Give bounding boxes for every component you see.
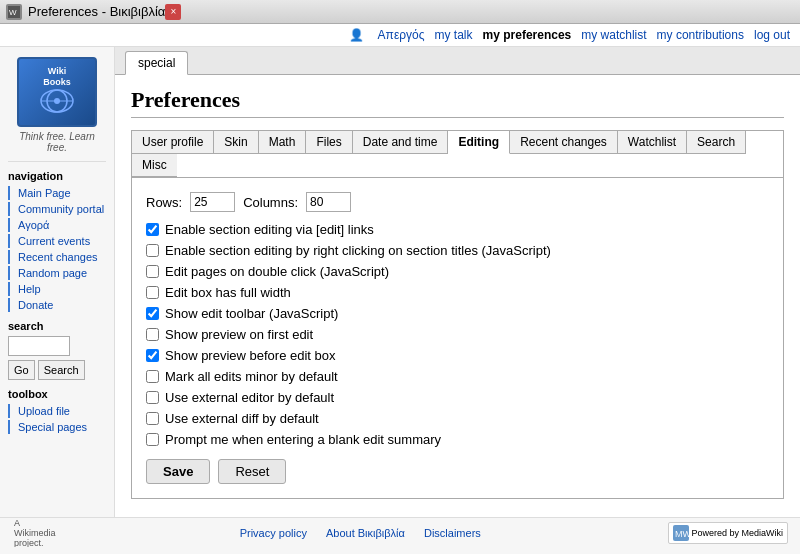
tab-files[interactable]: Files	[306, 131, 352, 154]
sidebar-item-help[interactable]: Help	[8, 282, 106, 296]
content-area: Preferences User profile Skin Math Files…	[115, 75, 800, 517]
cb-label-section-editing-links: Enable section editing via [edit] links	[165, 222, 374, 237]
sidebar-item-random-page[interactable]: Random page	[8, 266, 106, 280]
cb-label-blank-summary: Prompt me when entering a blank edit sum…	[165, 432, 441, 447]
footer-disclaimers[interactable]: Disclaimers	[424, 527, 481, 539]
cb-label-double-click: Edit pages on double click (JavaScript)	[165, 264, 389, 279]
tab-date-time[interactable]: Date and time	[353, 131, 449, 154]
tab-recent-changes[interactable]: Recent changes	[510, 131, 618, 154]
sidebar-item-upload-file[interactable]: Upload file	[8, 404, 106, 418]
columns-input[interactable]	[306, 192, 351, 212]
cb-label-full-width: Edit box has full width	[165, 285, 291, 300]
note-area: Note: After saving, you may have to bypa…	[131, 509, 784, 517]
topbar-link-user[interactable]: Απεργός	[378, 28, 425, 42]
tab-math[interactable]: Math	[259, 131, 307, 154]
nav-section-title: navigation	[8, 170, 106, 182]
sidebar-item-special-pages[interactable]: Special pages	[8, 420, 106, 434]
toolbox-section-title: toolbox	[8, 388, 106, 400]
rows-label: Rows:	[146, 195, 182, 210]
page-title: Preferences	[131, 87, 784, 118]
topbar-link-talk[interactable]: my talk	[435, 28, 473, 42]
save-button[interactable]: Save	[146, 459, 210, 484]
tab-editing[interactable]: Editing	[448, 131, 510, 154]
close-button[interactable]: ×	[165, 4, 181, 20]
sidebar: WikiBooks Think free. Learn free. naviga…	[0, 47, 115, 517]
search-section: search Go Search	[8, 320, 106, 380]
tab-misc[interactable]: Misc	[132, 154, 177, 177]
rows-input[interactable]	[190, 192, 235, 212]
cb-blank-summary[interactable]	[146, 433, 159, 446]
svg-point-5	[54, 98, 60, 104]
sidebar-item-current-events[interactable]: Current events	[8, 234, 106, 248]
sidebar-item-agora[interactable]: Αγορά	[8, 218, 106, 232]
pref-content-editing: Rows: Columns: Enable section editing vi…	[131, 177, 784, 499]
rows-cols-row: Rows: Columns:	[146, 192, 769, 212]
cb-label-right-click-section: Enable section editing by right clicking…	[165, 243, 551, 258]
sidebar-item-main-page[interactable]: Main Page	[8, 186, 106, 200]
tab-special[interactable]: special	[125, 51, 188, 75]
cb-external-diff[interactable]	[146, 412, 159, 425]
logo-text: WikiBooks	[37, 66, 77, 118]
footer: WM A Wikimedia project. Privacy policy A…	[0, 517, 800, 547]
cb-preview-first-edit[interactable]	[146, 328, 159, 341]
go-button[interactable]: Go	[8, 360, 35, 380]
reset-button[interactable]: Reset	[218, 459, 286, 484]
topbar-link-logout[interactable]: log out	[754, 28, 790, 42]
mediawiki-logo: MW Powered by MediaWiki	[668, 522, 788, 544]
tab-search[interactable]: Search	[687, 131, 746, 154]
topbar-link-contributions[interactable]: my contributions	[657, 28, 744, 42]
cb-label-minor-by-default: Mark all edits minor by default	[165, 369, 338, 384]
wikimedia-logo: WM A Wikimedia project.	[12, 523, 52, 543]
footer-privacy[interactable]: Privacy policy	[240, 527, 307, 539]
topbar: 👤 Απεργός my talk my preferences my watc…	[0, 24, 800, 47]
cb-right-click-section[interactable]	[146, 244, 159, 257]
tab-watchlist[interactable]: Watchlist	[618, 131, 687, 154]
titlebar-icon: W	[6, 4, 22, 20]
cb-section-editing-links[interactable]	[146, 223, 159, 236]
checkbox-row-4: Show edit toolbar (JavaScript)	[146, 306, 769, 321]
cb-label-external-diff: Use external diff by default	[165, 411, 319, 426]
cb-label-external-editor: Use external editor by default	[165, 390, 334, 405]
logo-tagline: Think free. Learn free.	[8, 131, 106, 153]
footer-about[interactable]: About Βικιβιβλία	[326, 527, 405, 539]
checkbox-row-8: Use external editor by default	[146, 390, 769, 405]
pref-tabs: User profile Skin Math Files Date and ti…	[131, 130, 784, 177]
cb-minor-by-default[interactable]	[146, 370, 159, 383]
search-input[interactable]	[8, 336, 70, 356]
checkbox-row-3: Edit box has full width	[146, 285, 769, 300]
btn-row: Save Reset	[146, 459, 769, 484]
tab-user-profile[interactable]: User profile	[132, 131, 214, 154]
cb-external-editor[interactable]	[146, 391, 159, 404]
cb-edit-toolbar[interactable]	[146, 307, 159, 320]
cb-full-width[interactable]	[146, 286, 159, 299]
tab-skin[interactable]: Skin	[214, 131, 258, 154]
checkbox-row-0: Enable section editing via [edit] links	[146, 222, 769, 237]
cb-label-preview-before-edit: Show preview before edit box	[165, 348, 336, 363]
title-bar: W Preferences - Βικιβιβλία ×	[0, 0, 800, 24]
columns-label: Columns:	[243, 195, 298, 210]
main-layout: WikiBooks Think free. Learn free. naviga…	[0, 47, 800, 517]
cb-label-edit-toolbar: Show edit toolbar (JavaScript)	[165, 306, 338, 321]
checkbox-row-1: Enable section editing by right clicking…	[146, 243, 769, 258]
sidebar-item-recent-changes[interactable]: Recent changes	[8, 250, 106, 264]
topbar-user-icon: 👤	[349, 28, 364, 42]
checkbox-row-2: Edit pages on double click (JavaScript)	[146, 264, 769, 279]
checkbox-row-9: Use external diff by default	[146, 411, 769, 426]
checkbox-row-5: Show preview on first edit	[146, 327, 769, 342]
topbar-user-links: 👤 Απεργός my talk my preferences my watc…	[349, 28, 790, 42]
mediawiki-label: Powered by MediaWiki	[691, 528, 783, 538]
search-section-title: search	[8, 320, 106, 332]
cb-double-click[interactable]	[146, 265, 159, 278]
cb-label-preview-first-edit: Show preview on first edit	[165, 327, 313, 342]
topbar-link-watchlist[interactable]: my watchlist	[581, 28, 646, 42]
checkbox-row-10: Prompt me when entering a blank edit sum…	[146, 432, 769, 447]
search-button[interactable]: Search	[38, 360, 85, 380]
titlebar-title: Preferences - Βικιβιβλία	[28, 4, 165, 19]
footer-links: Privacy policy About Βικιβιβλία Disclaim…	[232, 527, 489, 539]
main-content: special Preferences User profile Skin Ma…	[115, 47, 800, 517]
sidebar-item-donate[interactable]: Donate	[8, 298, 106, 312]
sidebar-item-community-portal[interactable]: Community portal	[8, 202, 106, 216]
logo-area: WikiBooks Think free. Learn free.	[8, 57, 106, 162]
topbar-link-preferences[interactable]: my preferences	[483, 28, 572, 42]
cb-preview-before-edit[interactable]	[146, 349, 159, 362]
